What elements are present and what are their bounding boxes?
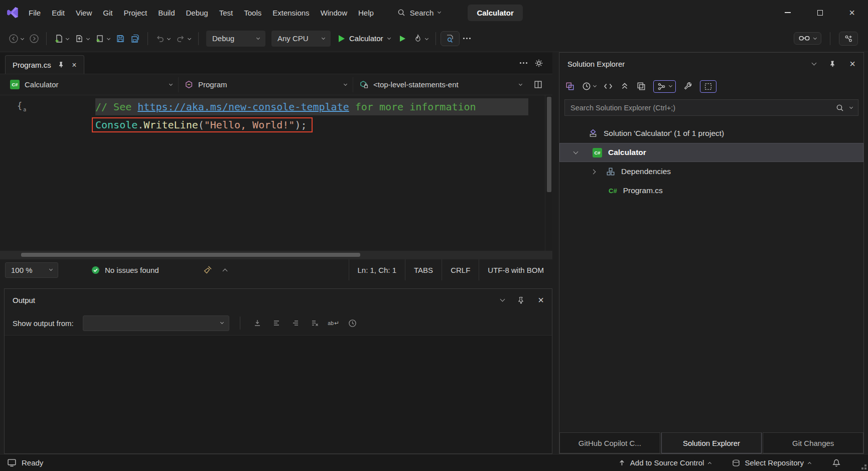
tab-git-changes[interactable]: Git Changes [763,432,863,453]
view-scope-selector[interactable] [653,80,676,93]
chevron-down-icon[interactable] [21,37,24,40]
caret-position[interactable]: Ln: 1, Ch: 1 [349,259,405,280]
resize-grip[interactable] [864,467,866,469]
goto-next-message-icon[interactable] [270,317,283,330]
close-icon[interactable] [72,61,76,69]
chevron-down-icon[interactable] [167,37,171,40]
pin-icon[interactable] [829,60,836,68]
chevron-down-icon[interactable] [573,149,578,154]
menu-debug[interactable]: Debug [181,5,214,21]
pin-icon[interactable] [58,61,65,68]
indentation-mode[interactable]: TABS [405,259,442,280]
maximize-button[interactable] [804,0,836,25]
hot-reload-button[interactable] [410,31,425,46]
tab-solution-explorer[interactable]: Solution Explorer [661,432,762,453]
collapse-all-icon[interactable] [620,82,629,91]
add-item-button[interactable] [92,31,107,46]
menu-window[interactable]: Window [315,5,353,21]
open-file-button[interactable] [72,31,87,46]
tree-item-calculator-project[interactable]: Calculator [559,143,863,162]
output-content[interactable] [5,335,552,453]
show-all-files-icon[interactable] [637,82,646,91]
chevron-up-icon[interactable] [222,268,227,273]
settings-wrench-icon[interactable] [683,82,692,91]
close-icon[interactable] [849,59,855,69]
close-button[interactable] [836,0,868,25]
project-dropdown[interactable]: Calculator [4,77,179,92]
gear-icon[interactable] [534,59,543,68]
select-repository-button[interactable]: Select Repository [732,458,811,467]
menu-build[interactable]: Build [153,5,180,21]
menu-extensions[interactable]: Extensions [267,5,315,21]
issues-status[interactable]: No issues found [105,266,159,274]
menu-git[interactable]: Git [97,5,118,21]
chevron-down-icon[interactable] [849,105,853,108]
live-share-button[interactable] [839,32,858,46]
navigate-forward-button[interactable] [27,31,42,46]
vertical-scrollbar[interactable] [545,95,552,251]
chevron-down-icon[interactable] [188,37,191,40]
timestamp-icon[interactable] [346,317,359,330]
minimize-button[interactable] [772,0,804,25]
chevron-down-icon[interactable] [86,37,90,40]
menu-edit[interactable]: Edit [46,5,70,21]
tree-item-dependencies[interactable]: Dependencies [559,162,863,181]
add-to-source-control-button[interactable]: Add to Source Control [618,458,711,467]
zoom-dropdown[interactable]: 100 % [5,262,58,278]
menu-help[interactable]: Help [353,5,379,21]
search-icon[interactable] [836,104,844,112]
menu-test[interactable]: Test [214,5,239,21]
toggle-messages-icon[interactable] [308,317,321,330]
chevron-right-icon[interactable] [591,169,596,174]
pending-changes-filter-icon[interactable] [582,82,596,91]
split-window-icon[interactable] [528,80,548,89]
tree-item-program-cs[interactable]: Program.cs [559,181,863,200]
sync-with-active-document-icon[interactable] [604,82,613,91]
redo-button[interactable] [173,31,188,46]
window-position-chevron-icon[interactable] [500,297,505,302]
menu-view[interactable]: View [70,5,97,21]
new-project-button[interactable] [51,31,66,46]
line-ending[interactable]: CRLF [442,259,479,280]
solution-platforms-dropdown[interactable]: Any CPU [271,31,331,47]
chevron-down-icon[interactable] [107,37,110,40]
copilot-button[interactable] [794,32,821,45]
find-in-files-button[interactable] [441,31,460,46]
save-all-button[interactable] [128,31,143,46]
pin-icon[interactable] [517,296,525,304]
code-cleanup-icon[interactable] [203,265,212,274]
start-debugging-button[interactable]: Calculator [334,31,395,47]
tab-github-copilot-chat[interactable]: GitHub Copilot C... [559,432,660,453]
toolbar-overflow-button[interactable] [460,31,475,46]
code-editor[interactable]: // See https://aka.ms/new-console-templa… [0,95,552,251]
tree-item-solution[interactable]: Solution 'Calculator' (1 of 1 project) [559,124,863,143]
goto-previous-message-icon[interactable] [251,317,264,330]
scrollbar-thumb[interactable] [21,253,360,257]
chevron-down-icon[interactable] [66,37,69,40]
chevron-down-icon[interactable] [424,37,428,40]
scrollbar-thumb[interactable] [547,97,551,192]
menu-project[interactable]: Project [118,5,153,21]
tab-program-cs[interactable]: Program.cs [5,55,84,74]
solution-search-input[interactable] [570,104,830,112]
clear-all-icon[interactable] [289,317,302,330]
preview-selected-items-icon[interactable] [700,80,716,93]
output-source-dropdown[interactable] [83,316,229,331]
encoding[interactable]: UTF-8 with BOM [479,259,552,280]
document-overflow-button[interactable] [523,62,525,64]
type-dropdown[interactable]: Program [179,77,353,92]
save-button[interactable] [113,31,128,46]
search-control[interactable]: Search [392,5,446,21]
switch-views-icon[interactable] [565,82,574,91]
notifications-bell-icon[interactable] [832,458,841,467]
member-dropdown[interactable]: <top-level-statements-ent [353,77,528,92]
menu-file[interactable]: File [23,5,46,21]
undo-button[interactable] [153,31,168,46]
menu-tools[interactable]: Tools [238,5,267,21]
window-position-chevron-icon[interactable] [812,61,817,66]
close-icon[interactable] [538,295,544,305]
horizontal-scrollbar[interactable] [0,251,552,259]
start-without-debugging-button[interactable] [395,31,410,46]
solution-configurations-dropdown[interactable]: Debug [206,31,265,47]
comment-link[interactable]: https://aka.ms/new-console-template [137,101,349,113]
